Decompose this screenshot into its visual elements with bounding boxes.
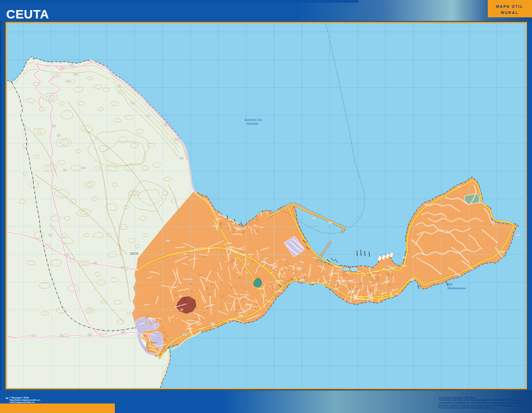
svg-text:CEUTA: CEUTA <box>6 7 49 21</box>
svg-text:Mediterráneo: Mediterráneo <box>447 287 466 290</box>
svg-text:For more information consult:: For more information consult: www.mapasm… <box>438 406 494 409</box>
svg-text:MURAL: MURAL <box>501 11 519 15</box>
svg-text:Estrecho De: Estrecho De <box>245 118 262 121</box>
svg-text:CEUTA: CEUTA <box>130 252 138 255</box>
svg-text:MAPA ÚTIL: MAPA ÚTIL <box>496 4 524 8</box>
svg-text:info@mapasmurales.es: info@mapasmurales.es <box>10 401 35 403</box>
svg-text:POLÍGONO: POLÍGONO <box>147 342 157 344</box>
svg-text:Mar: Mar <box>447 283 454 286</box>
svg-text:Gibraltar: Gibraltar <box>246 122 259 125</box>
